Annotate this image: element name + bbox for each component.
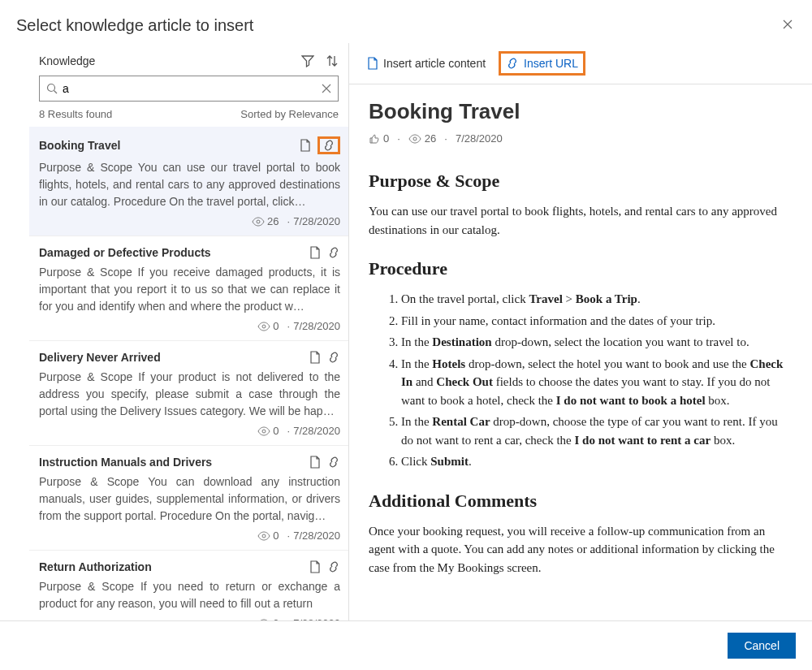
sort-status: Sorted by Relevance [240,108,339,120]
insert-url-action[interactable] [317,136,340,154]
cancel-button[interactable]: Cancel [728,633,796,659]
svg-point-2 [262,325,266,328]
clear-icon [322,84,331,93]
tab-insert-content[interactable]: Insert article content [365,55,487,71]
result-views: 0 [257,530,279,542]
svg-point-1 [257,220,260,223]
result-title: Delivery Never Arrived [39,351,161,364]
article-view: Booking Travel 0 · 26 · 7/28/2020 Purpos… [349,84,812,620]
knowledge-heading: Knowledge [39,54,95,67]
result-date: 7/28/2020 [284,215,340,227]
result-date: 7/28/2020 [284,617,340,620]
insert-content-action[interactable] [309,351,321,364]
article-title: Booking Travel [369,99,793,124]
insert-content-action[interactable] [300,139,311,152]
filter-button[interactable] [301,54,314,67]
result-views: 0 [257,320,279,332]
section-procedure-heading: Procedure [369,255,793,282]
sort-button[interactable] [326,54,339,67]
eye-icon [408,134,421,144]
result-excerpt: Purpose & Scope You can use our travel p… [39,159,340,210]
section-purpose-heading: Purpose & Scope [369,167,793,194]
section-additional-heading: Additional Comments [369,487,793,514]
results-list[interactable]: Booking TravelPurpose & Scope You can us… [16,127,348,620]
result-meta: 267/28/2020 [39,215,340,227]
result-excerpt: Purpose & Scope If you receive damaged p… [39,264,340,315]
sort-icon [326,54,339,67]
close-button[interactable] [780,16,796,32]
insert-url-action[interactable] [327,561,340,573]
result-title: Booking Travel [39,139,120,152]
article-date: 7/28/2020 [456,132,503,145]
article-views: 26 [408,132,436,145]
thumbs-up-icon [369,133,380,145]
procedure-steps: On the travel portal, click Travel > Boo… [401,290,793,471]
insert-url-action[interactable] [327,456,340,468]
tab-insert-url[interactable]: Insert URL [499,51,585,76]
insert-content-action[interactable] [309,560,321,573]
clear-search-button[interactable] [322,84,331,93]
section-additional-text: Once your booking request, you will rece… [369,522,793,577]
link-icon [322,140,335,151]
result-excerpt: Purpose & Scope You can download any ins… [39,473,340,525]
article-preview-panel: Insert article content Insert URL Bookin… [349,43,812,620]
result-title: Damaged or Defective Products [39,246,211,259]
knowledge-panel: Knowledge 8 Results f [16,43,349,620]
result-date: 7/28/2020 [284,425,340,437]
result-views: 0 [257,425,279,437]
result-card[interactable]: Booking TravelPurpose & Scope You can us… [29,127,348,236]
article-likes: 0 [369,132,389,145]
svg-point-0 [48,84,55,92]
tab-insert-url-label: Insert URL [524,57,578,70]
insert-content-action[interactable] [309,246,321,259]
svg-point-4 [262,534,266,538]
svg-point-6 [413,137,417,140]
result-title: Return Authorization [39,560,152,573]
result-views: 0 [257,617,279,620]
result-date: 7/28/2020 [284,320,340,332]
result-date: 7/28/2020 [284,530,340,542]
result-meta: 07/28/2020 [39,617,340,620]
svg-point-3 [262,430,266,433]
document-icon [367,57,378,70]
filter-icon [301,54,314,67]
dialog-title: Select knowledge article to insert [16,16,253,35]
result-card[interactable]: Delivery Never ArrivedPurpose & Scope If… [29,341,348,446]
close-icon [783,19,793,29]
result-meta: 07/28/2020 [39,425,340,437]
search-icon [46,83,58,94]
result-views: 26 [252,215,279,227]
search-box[interactable] [39,76,339,102]
tab-insert-content-label: Insert article content [383,57,486,70]
insert-url-action[interactable] [327,247,340,258]
insert-url-action[interactable] [327,352,340,363]
result-title: Instruction Manuals and Drivers [39,456,212,469]
result-card[interactable]: Instruction Manuals and DriversPurpose &… [29,446,348,551]
insert-content-action[interactable] [309,456,321,469]
result-card[interactable]: Return AuthorizationPurpose & Scope If y… [29,551,348,620]
result-card[interactable]: Damaged or Defective ProductsPurpose & S… [29,236,348,341]
link-icon [506,58,519,69]
section-purpose-text: You can use our travel portal to book fl… [369,202,793,239]
result-excerpt: Purpose & Scope If your product is not d… [39,369,340,420]
result-excerpt: Purpose & Scope If you need to return or… [39,578,340,612]
result-meta: 07/28/2020 [39,530,340,542]
result-meta: 07/28/2020 [39,320,340,332]
search-input[interactable] [63,82,317,95]
results-count: 8 Results found [39,108,112,120]
